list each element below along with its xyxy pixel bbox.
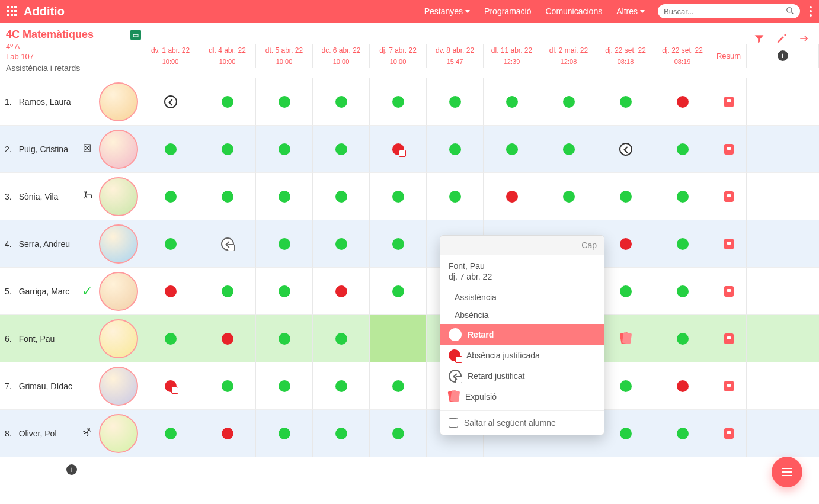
attendance-cell[interactable] — [313, 78, 370, 126]
column-resum[interactable]: Resum — [711, 44, 747, 68]
attendance-cell[interactable] — [199, 78, 256, 126]
attendance-cell[interactable] — [313, 410, 370, 457]
student-name-cell[interactable]: 8.Oliver, Pol — [0, 410, 142, 457]
attendance-cell[interactable] — [597, 362, 654, 410]
resum-cell[interactable] — [711, 220, 747, 268]
attendance-cell[interactable] — [427, 173, 484, 220]
attendance-cell[interactable] — [597, 268, 654, 315]
attendance-cell[interactable] — [654, 78, 711, 126]
attendance-cell[interactable] — [370, 173, 427, 220]
option-absencia[interactable]: Absència — [440, 306, 604, 324]
attendance-cell[interactable] — [199, 315, 256, 362]
attendance-cell[interactable] — [313, 220, 370, 268]
summary-card-icon[interactable] — [724, 144, 734, 155]
nav-altres[interactable]: Altres — [609, 7, 652, 16]
column-header[interactable]: dc. 6 abr. 2210:00 — [313, 44, 370, 68]
attendance-cell[interactable] — [370, 268, 427, 315]
option-retard[interactable]: Retard — [440, 324, 604, 345]
add-column-button[interactable]: + — [747, 44, 819, 68]
resum-cell[interactable] — [711, 78, 747, 126]
attendance-cell[interactable] — [256, 410, 313, 457]
resum-cell[interactable] — [711, 362, 747, 410]
attendance-cell[interactable] — [484, 78, 540, 126]
search-box[interactable] — [658, 4, 800, 18]
attendance-cell[interactable] — [142, 268, 199, 315]
attendance-cell[interactable] — [256, 126, 313, 173]
attendance-cell[interactable] — [654, 410, 711, 457]
attendance-cell[interactable] — [313, 173, 370, 220]
attendance-cell[interactable] — [142, 173, 199, 220]
attendance-cell[interactable] — [313, 126, 370, 173]
attendance-cell[interactable] — [199, 410, 256, 457]
attendance-cell[interactable] — [142, 315, 199, 362]
classroom-badge-icon[interactable]: ▭ — [130, 30, 141, 40]
attendance-cell[interactable] — [142, 126, 199, 173]
attendance-cell[interactable] — [256, 315, 313, 362]
resum-cell[interactable] — [711, 410, 747, 457]
summary-card-icon[interactable] — [724, 286, 734, 297]
attendance-cell[interactable] — [313, 315, 370, 362]
student-name-cell[interactable]: 5.Garriga, Marc✓ — [0, 268, 142, 315]
attendance-cell[interactable] — [370, 362, 427, 410]
student-name-cell[interactable]: 3.Sònia, Vila — [0, 173, 142, 220]
summary-card-icon[interactable] — [724, 428, 734, 439]
attendance-cell[interactable] — [597, 220, 654, 268]
attendance-cell[interactable] — [597, 173, 654, 220]
attendance-cell[interactable] — [597, 126, 654, 173]
attendance-cell[interactable] — [370, 78, 427, 126]
attendance-cell[interactable] — [654, 126, 711, 173]
nav-programacio[interactable]: Programació — [477, 7, 538, 16]
student-name-cell[interactable]: 6.Font, Pau — [0, 315, 142, 362]
column-header[interactable]: dt. 5 abr. 2210:00 — [256, 44, 313, 68]
attendance-cell[interactable] — [370, 410, 427, 457]
attendance-cell[interactable] — [540, 126, 597, 173]
summary-card-icon[interactable] — [724, 381, 734, 391]
attendance-cell[interactable] — [199, 362, 256, 410]
search-input[interactable] — [664, 5, 786, 18]
attendance-cell[interactable] — [654, 315, 711, 362]
column-header[interactable]: dj. 7 abr. 2210:00 — [370, 44, 427, 68]
attendance-cell[interactable] — [199, 126, 256, 173]
attendance-cell[interactable] — [370, 220, 427, 268]
attendance-cell[interactable] — [654, 173, 711, 220]
student-name-cell[interactable]: 7.Grimau, Dídac — [0, 362, 142, 410]
attendance-cell[interactable] — [654, 362, 711, 410]
attendance-cell[interactable] — [313, 362, 370, 410]
search-icon[interactable] — [786, 7, 794, 17]
attendance-cell[interactable] — [654, 268, 711, 315]
attendance-cell[interactable] — [427, 78, 484, 126]
attendance-cell[interactable] — [199, 173, 256, 220]
attendance-cell[interactable] — [142, 362, 199, 410]
summary-card-icon[interactable] — [724, 97, 734, 107]
resum-cell[interactable] — [711, 268, 747, 315]
apps-grid-icon[interactable] — [7, 6, 18, 17]
kebab-menu-icon[interactable] — [810, 6, 812, 17]
attendance-cell[interactable] — [313, 268, 370, 315]
resum-cell[interactable] — [711, 126, 747, 173]
option-absencia-justificada[interactable]: Absència justificada — [440, 345, 604, 365]
attendance-cell[interactable] — [370, 315, 427, 362]
column-header[interactable]: dv. 8 abr. 2215:47 — [427, 44, 484, 68]
student-name-cell[interactable]: 4.Serra, Andreu — [0, 220, 142, 268]
attendance-cell[interactable] — [597, 78, 654, 126]
column-header[interactable]: dl. 11 abr. 2212:39 — [484, 44, 540, 68]
attendance-cell[interactable] — [256, 173, 313, 220]
attendance-cell[interactable] — [370, 126, 427, 173]
column-header[interactable]: dl. 4 abr. 2210:00 — [199, 44, 256, 68]
attendance-cell[interactable] — [256, 220, 313, 268]
attendance-cell[interactable] — [484, 126, 540, 173]
attendance-cell[interactable] — [597, 410, 654, 457]
attendance-cell[interactable] — [427, 126, 484, 173]
attendance-cell[interactable] — [199, 268, 256, 315]
summary-card-icon[interactable] — [724, 333, 734, 344]
attendance-cell[interactable] — [256, 268, 313, 315]
resum-cell[interactable] — [711, 315, 747, 362]
attendance-cell[interactable] — [654, 220, 711, 268]
attendance-cell[interactable] — [597, 315, 654, 362]
skip-next-checkbox[interactable] — [449, 418, 458, 428]
student-name-cell[interactable]: 2.Puig, Cristina — [0, 126, 142, 173]
column-header[interactable]: dj. 22 set. 2208:19 — [654, 44, 711, 68]
attendance-cell[interactable] — [142, 220, 199, 268]
option-expulsio[interactable]: Expulsió — [440, 387, 604, 407]
option-retard-justificat[interactable]: Retard justificat — [440, 365, 604, 387]
